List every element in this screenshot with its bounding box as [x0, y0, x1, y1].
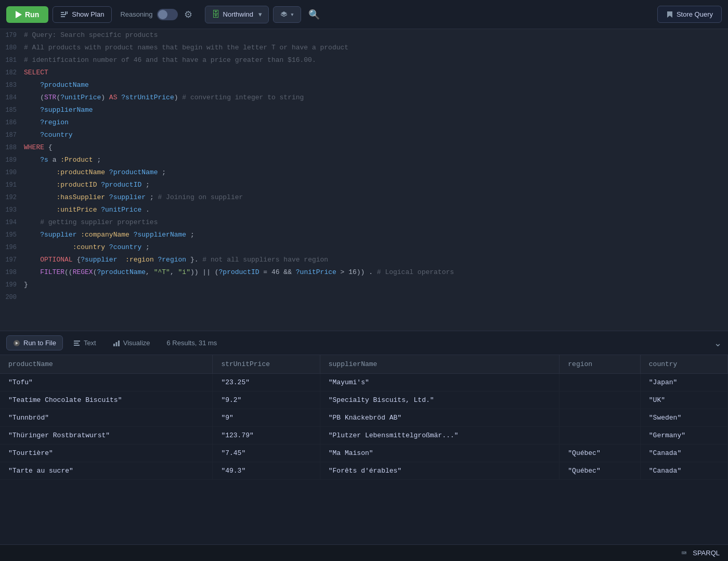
line-number: 195 — [0, 229, 24, 241]
table-cell: "7.45" — [213, 445, 320, 462]
results-container: productNamestrUnitPricesupplierNameregio… — [0, 355, 728, 480]
expand-button[interactable]: ⌄ — [714, 337, 722, 349]
table-cell: "Tofu" — [0, 374, 213, 392]
database-icon: 🗄 — [212, 10, 220, 19]
gear-button[interactable]: ⚙ — [182, 7, 194, 22]
reasoning-toggle[interactable] — [157, 9, 178, 20]
line-number: 184 — [0, 92, 24, 104]
text-tab-icon — [73, 340, 81, 347]
svg-rect-7 — [74, 343, 79, 344]
status-bar: ⌨ SPARQL — [0, 544, 728, 561]
show-plan-label: Show Plan — [72, 10, 104, 18]
database-name: Northwind — [223, 10, 254, 18]
line-content: :productName ?productName ; — [24, 166, 166, 179]
bookmark-icon — [666, 11, 673, 18]
table-row[interactable]: "Tofu""23.25""Mayumi's""Japan" — [0, 374, 728, 392]
run-to-file-button[interactable]: Run to File — [6, 335, 63, 350]
table-cell: "Japan" — [640, 374, 727, 392]
code-line: 199} — [0, 279, 728, 291]
svg-rect-10 — [115, 342, 117, 346]
toggle-knob — [158, 10, 167, 19]
table-cell: "UK" — [640, 392, 727, 409]
code-editor[interactable]: 179# Query: Search specific products180#… — [0, 29, 728, 331]
chevron-down-icon: ▾ — [258, 10, 262, 18]
table-cell — [560, 427, 640, 445]
table-row[interactable]: "Tarte au sucre""49.3""Forêts d'érables"… — [0, 462, 728, 480]
code-line: 194 # getting supplier properties — [0, 216, 728, 229]
tab-visualize-label: Visualize — [123, 339, 150, 347]
bottom-panel: Run to File Text Visualize 6 Results, 31… — [0, 331, 728, 561]
line-content: } — [24, 279, 28, 291]
code-line: 181# identification number of 46 and tha… — [0, 54, 728, 67]
layers-button[interactable]: ▾ — [273, 6, 301, 23]
show-plan-button[interactable]: Show Plan — [53, 6, 112, 23]
svg-rect-11 — [118, 341, 120, 346]
line-number: 182 — [0, 67, 24, 79]
visualize-tab-icon — [113, 340, 120, 347]
table-cell: "Tarte au sucre" — [0, 462, 213, 480]
tab-text-label: Text — [84, 339, 96, 347]
table-cell — [560, 409, 640, 427]
line-number: 196 — [0, 241, 24, 254]
line-content: # getting supplier properties — [24, 216, 158, 229]
table-cell: "Tunnbröd" — [0, 409, 213, 427]
line-number: 186 — [0, 116, 24, 129]
line-number: 200 — [0, 291, 24, 304]
code-line: 179# Query: Search specific products — [0, 29, 728, 42]
line-number: 190 — [0, 166, 24, 179]
code-line: 197 OPTIONAL {?supplier :region ?region … — [0, 254, 728, 266]
line-number: 185 — [0, 104, 24, 116]
chevron-layers-icon: ▾ — [290, 10, 294, 19]
line-content: ?supplier :companyName ?supplierName ; — [24, 229, 194, 241]
table-cell: "Mayumi's" — [320, 374, 560, 392]
line-content: ?region — [24, 116, 69, 129]
table-cell: "Québec" — [560, 462, 640, 480]
line-content: ?s a :Product ; — [24, 154, 101, 166]
line-number: 179 — [0, 29, 24, 42]
code-line: 198 FILTER((REGEX(?productName, "^T", "i… — [0, 266, 728, 279]
line-content: SELECT — [24, 67, 48, 79]
database-selector[interactable]: 🗄 Northwind ▾ — [205, 6, 269, 23]
code-lines: 179# Query: Search specific products180#… — [0, 29, 728, 304]
search-button[interactable]: 🔍 — [305, 6, 323, 23]
line-number: 191 — [0, 179, 24, 191]
line-number: 192 — [0, 191, 24, 204]
line-number: 188 — [0, 141, 24, 154]
column-header: productName — [0, 355, 213, 374]
line-number: 187 — [0, 129, 24, 141]
svg-rect-4 — [67, 11, 68, 14]
svg-rect-2 — [61, 16, 65, 17]
code-line: 196 :country ?country ; — [0, 241, 728, 254]
line-content: ?country — [24, 129, 73, 141]
svg-rect-8 — [74, 345, 80, 346]
table-row[interactable]: "Tunnbröd""9""PB Knäckebröd AB""Sweden" — [0, 409, 728, 427]
svg-rect-1 — [61, 14, 66, 15]
line-content: :unitPrice ?unitPrice . — [24, 204, 150, 216]
store-query-button[interactable]: Store Query — [657, 6, 722, 23]
store-query-label: Store Query — [677, 10, 713, 18]
line-content: OPTIONAL {?supplier :region ?region }. #… — [24, 254, 328, 266]
table-cell: "Sweden" — [640, 409, 727, 427]
line-content: (STR(?unitPrice) AS ?strUnitPrice) # con… — [24, 92, 304, 104]
run-button[interactable]: Run — [6, 6, 48, 23]
line-content: ?productName — [24, 79, 89, 92]
line-content: FILTER((REGEX(?productName, "^T", "i")) … — [24, 266, 454, 279]
code-line: 187 ?country — [0, 129, 728, 141]
table-row[interactable]: "Thüringer Rostbratwurst""123.79""Plutze… — [0, 427, 728, 445]
column-header: supplierName — [320, 355, 560, 374]
table-row[interactable]: "Teatime Chocolate Biscuits""9.2""Specia… — [0, 392, 728, 409]
tab-text-button[interactable]: Text — [67, 336, 102, 350]
code-line: 184 (STR(?unitPrice) AS ?strUnitPrice) #… — [0, 92, 728, 104]
table-cell: "23.25" — [213, 374, 320, 392]
line-number: 197 — [0, 254, 24, 266]
code-line: 200 — [0, 291, 728, 304]
line-content: :country ?country ; — [24, 241, 150, 254]
tab-visualize-button[interactable]: Visualize — [107, 336, 157, 350]
line-content: ?supplierName — [24, 104, 93, 116]
table-row[interactable]: "Tourtière""7.45""Ma Maison""Québec""Can… — [0, 445, 728, 462]
code-line: 182SELECT — [0, 67, 728, 79]
svg-rect-6 — [74, 341, 80, 342]
svg-rect-9 — [113, 344, 115, 346]
code-line: 185 ?supplierName — [0, 104, 728, 116]
table-cell: "PB Knäckebröd AB" — [320, 409, 560, 427]
